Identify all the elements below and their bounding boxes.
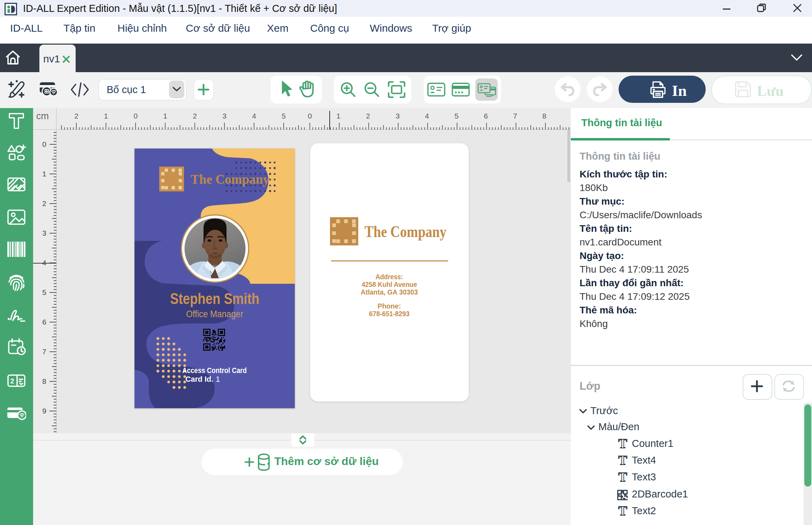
- svg-text:2: 2: [74, 112, 78, 120]
- svg-text:2: 2: [10, 377, 14, 385]
- svg-text:3: 3: [42, 229, 46, 237]
- svg-text:9: 9: [42, 407, 46, 415]
- svg-text:5: 5: [282, 112, 286, 120]
- svg-text:6: 6: [484, 112, 488, 120]
- svg-text:Access Control Card: Access Control Card: [182, 366, 247, 375]
- svg-text:678-651-8293: 678-651-8293: [369, 310, 409, 318]
- svg-text:1: 1: [104, 112, 108, 120]
- svg-text:8: 8: [542, 112, 546, 120]
- svg-text:0: 0: [42, 140, 46, 148]
- svg-text:1: 1: [163, 112, 167, 120]
- svg-text:3: 3: [396, 112, 400, 120]
- svg-text:The Company: The Company: [191, 172, 269, 187]
- svg-text:4: 4: [42, 259, 46, 267]
- svg-text:Atlanta, GA 30303: Atlanta, GA 30303: [361, 288, 418, 296]
- svg-text:2: 2: [193, 112, 197, 120]
- svg-text:3: 3: [222, 112, 227, 120]
- svg-text:1: 1: [216, 375, 220, 383]
- svg-text:Stephen Smith: Stephen Smith: [170, 290, 259, 307]
- svg-text:5: 5: [42, 288, 46, 296]
- svg-text:0: 0: [308, 112, 312, 120]
- svg-text:5: 5: [454, 112, 459, 120]
- svg-text:4: 4: [252, 112, 256, 120]
- svg-text:Phone:: Phone:: [378, 302, 401, 310]
- svg-text:4258 Kuhl Avenue: 4258 Kuhl Avenue: [362, 281, 417, 288]
- svg-text:1: 1: [336, 112, 340, 120]
- svg-text:Address:: Address:: [376, 273, 403, 281]
- svg-text:Card Id.: Card Id.: [185, 375, 213, 383]
- svg-text:7: 7: [42, 348, 46, 356]
- svg-text:1: 1: [42, 170, 46, 178]
- svg-text:4: 4: [425, 112, 429, 120]
- svg-text:The Company: The Company: [365, 223, 446, 241]
- svg-text:7: 7: [513, 112, 517, 120]
- svg-text:0: 0: [133, 112, 138, 120]
- svg-text:8: 8: [42, 377, 46, 385]
- svg-text:2: 2: [42, 199, 46, 207]
- svg-text:2: 2: [366, 112, 370, 120]
- svg-text:Office Manager: Office Manager: [186, 309, 243, 319]
- svg-text:6: 6: [42, 318, 46, 326]
